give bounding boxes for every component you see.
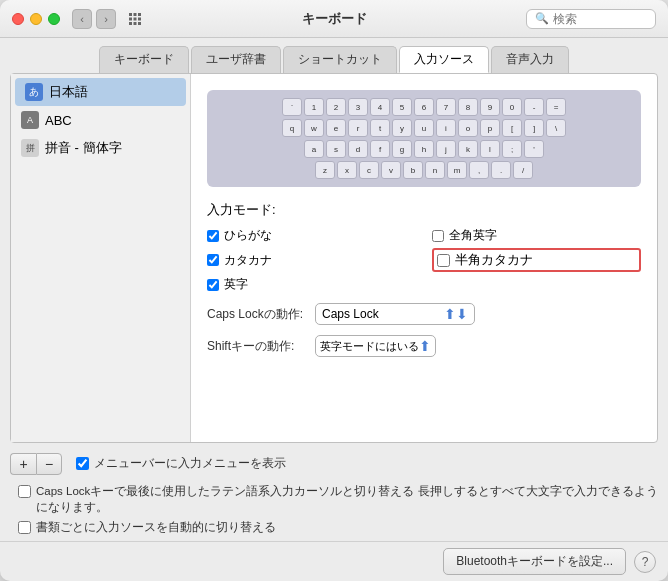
sidebar-label-pinyin: 拼音 - 簡体字 (45, 139, 122, 157)
maximize-button[interactable] (48, 13, 60, 25)
tab-userdic[interactable]: ユーザ辞書 (191, 46, 281, 73)
checkbox-eigo-label: 英字 (224, 276, 248, 293)
tab-voice[interactable]: 音声入力 (491, 46, 569, 73)
key-q: q (282, 119, 302, 137)
shift-key-dropdown[interactable]: 英字モードにはいる ⬆ (315, 335, 436, 357)
svg-rect-3 (129, 17, 132, 20)
caps-lock-dropdown[interactable]: Caps Lock ⬆⬇ (315, 303, 475, 325)
key-row-2: q w e r t y u i o p [ ] \ (215, 119, 633, 137)
minimize-button[interactable] (30, 13, 42, 25)
sidebar-item-pinyin[interactable]: 拼 拼音 - 簡体字 (11, 134, 190, 162)
key-7: 7 (436, 98, 456, 116)
svg-rect-7 (134, 22, 137, 25)
checkbox-zenkaku-input[interactable] (432, 230, 444, 242)
caps-lock-label: Caps Lockの動作: (207, 306, 307, 323)
shift-key-label: Shiftキーの動作: (207, 338, 307, 355)
key-o: o (458, 119, 478, 137)
key-period: . (491, 161, 511, 179)
caps-lock-switch-checkbox[interactable] (18, 485, 31, 498)
key-5: 5 (392, 98, 412, 116)
key-lbracket: [ (502, 119, 522, 137)
tab-keyboard[interactable]: キーボード (99, 46, 189, 73)
checkbox-zenkaku-label: 全角英字 (449, 227, 497, 244)
key-9: 9 (480, 98, 500, 116)
help-button[interactable]: ? (634, 551, 656, 573)
search-box[interactable]: 🔍 (526, 9, 656, 29)
bluetooth-button[interactable]: Bluetoothキーボードを設定... (443, 548, 626, 575)
key-backslash: \ (546, 119, 566, 137)
key-row-3: a s d f g h j k l ; ' (215, 140, 633, 158)
key-v: v (381, 161, 401, 179)
add-remove-buttons: + − (10, 453, 62, 475)
checkbox-hiragana-input[interactable] (207, 230, 219, 242)
add-button[interactable]: + (10, 453, 36, 475)
key-t: t (370, 119, 390, 137)
sidebar: あ 日本語 A ABC 拼 拼音 - 簡体字 (11, 74, 191, 442)
nav-buttons: ‹ › (72, 9, 116, 29)
forward-button[interactable]: › (96, 9, 116, 29)
tab-shortcut[interactable]: ショートカット (283, 46, 397, 73)
key-b: b (403, 161, 423, 179)
checkbox-hankaku-input[interactable] (437, 254, 450, 267)
svg-rect-0 (129, 13, 132, 16)
caps-lock-switch-label: Caps Lockキーで最後に使用したラテン語系入力カーソルと切り替える 長押し… (36, 483, 658, 515)
shift-key-row: Shiftキーの動作: 英字モードにはいる ⬆ (207, 335, 641, 357)
checkbox-katakana-input[interactable] (207, 254, 219, 266)
key-j: j (436, 140, 456, 158)
menu-bar-label: メニューバーに入力メニューを表示 (94, 455, 286, 472)
sidebar-item-japanese[interactable]: あ 日本語 (15, 78, 186, 106)
checkbox-katakana: カタカナ (207, 248, 416, 272)
svg-rect-4 (134, 17, 137, 20)
search-icon: 🔍 (535, 12, 549, 25)
titlebar: ‹ › キーボード 🔍 (0, 0, 668, 38)
back-button[interactable]: ‹ (72, 9, 92, 29)
key-semicolon: ; (502, 140, 522, 158)
svg-rect-6 (129, 22, 132, 25)
input-mode-title: 入力モード: (207, 201, 276, 219)
close-button[interactable] (12, 13, 24, 25)
sidebar-item-abc[interactable]: A ABC (11, 106, 190, 134)
key-row-4: z x c v b n m , . / (215, 161, 633, 179)
main-panel: ` 1 2 3 4 5 6 7 8 9 0 - = q w e (191, 74, 657, 442)
key-c: c (359, 161, 379, 179)
key-n: n (425, 161, 445, 179)
shift-key-value: 英字モードにはいる (320, 339, 419, 354)
grid-button[interactable] (124, 8, 146, 30)
key-a: a (304, 140, 324, 158)
window-title: キーボード (302, 10, 367, 28)
auto-switch-checkbox[interactable] (18, 521, 31, 534)
abc-icon: A (21, 111, 39, 129)
content-area: あ 日本語 A ABC 拼 拼音 - 簡体字 ` 1 2 3 4 (10, 73, 658, 443)
japanese-icon: あ (25, 83, 43, 101)
tab-input-source[interactable]: 入力ソース (399, 46, 489, 73)
svg-rect-1 (134, 13, 137, 16)
search-input[interactable] (553, 12, 643, 26)
checkbox-hiragana-label: ひらがな (224, 227, 272, 244)
key-row-1: ` 1 2 3 4 5 6 7 8 9 0 - = (215, 98, 633, 116)
caps-lock-value: Caps Lock (322, 307, 379, 321)
checkbox-katakana-label: カタカナ (224, 252, 272, 269)
key-comma: , (469, 161, 489, 179)
key-z: z (315, 161, 335, 179)
key-6: 6 (414, 98, 434, 116)
auto-switch-row: 書類ごとに入力ソースを自動的に切り替える (18, 519, 658, 535)
key-p: p (480, 119, 500, 137)
key-g: g (392, 140, 412, 158)
remove-button[interactable]: − (36, 453, 62, 475)
key-3: 3 (348, 98, 368, 116)
key-1: 1 (304, 98, 324, 116)
key-s: s (326, 140, 346, 158)
menu-bar-checkbox[interactable] (76, 457, 89, 470)
svg-rect-2 (138, 13, 141, 16)
key-f: f (370, 140, 390, 158)
key-d: d (348, 140, 368, 158)
key-u: u (414, 119, 434, 137)
caps-lock-switch-row: Caps Lockキーで最後に使用したラテン語系入力カーソルと切り替える 長押し… (18, 483, 658, 515)
sidebar-label-abc: ABC (45, 113, 72, 128)
bottom-controls: + − メニューバーに入力メニューを表示 (10, 449, 658, 479)
key-l: l (480, 140, 500, 158)
checkbox-eigo-input[interactable] (207, 279, 219, 291)
menu-bar-checkbox-row: メニューバーに入力メニューを表示 (76, 455, 286, 472)
key-quote: ' (524, 140, 544, 158)
dropdown-arrow-icon: ⬆⬇ (444, 306, 468, 322)
